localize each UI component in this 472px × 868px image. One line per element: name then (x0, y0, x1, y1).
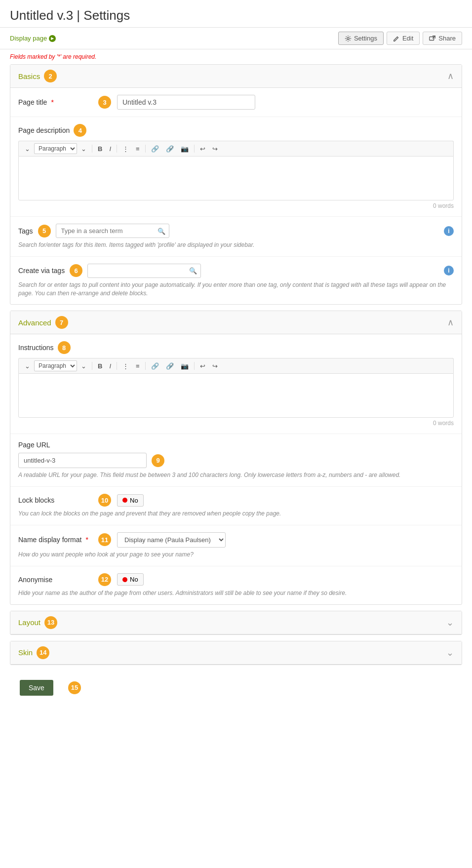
anonymise-toggle[interactable]: No (117, 573, 144, 586)
create-via-tags-help: Search for or enter tags to pull content… (18, 281, 454, 298)
svg-rect-1 (430, 37, 434, 40)
display-page-label: Display page (10, 35, 47, 42)
create-via-tags-row: Create via tags 6 🔍 i (18, 264, 454, 278)
toolbar-link[interactable]: 🔗 (148, 144, 162, 154)
advanced-toggle-icon[interactable]: ∧ (447, 317, 454, 328)
tags-search-input[interactable] (56, 224, 169, 238)
page-header: Untitled v.3 | Settings Display page ► S… (0, 0, 472, 49)
anonymise-label: Anonymise (18, 576, 92, 584)
lock-blocks-toggle-wrapper: No (117, 494, 144, 507)
tags-badge: 5 (38, 225, 51, 237)
toolbar-ordered-list[interactable]: ≡ (133, 144, 143, 154)
page-url-input[interactable] (18, 453, 147, 468)
instructions-field-row: Instructions 8 ⌄ Paragraph ⌄ B I ⋮ ≡ 🔗 🔗… (10, 334, 462, 434)
create-via-tags-search-wrapper: 🔍 (87, 264, 201, 278)
anonymise-toggle-label: No (130, 576, 138, 583)
instr-toolbar-unlink[interactable]: 🔗̸ (163, 361, 177, 371)
toolbar-unlink[interactable]: 🔗̸ (163, 144, 177, 154)
lock-blocks-toggle[interactable]: No (117, 494, 144, 507)
page-description-badge: 4 (74, 124, 86, 137)
anonymise-help: Hide your name as the author of the page… (18, 589, 454, 597)
layout-section: Layout 13 ⌄ (10, 611, 462, 635)
name-display-format-select[interactable]: Display name (Paula Paulsen) (117, 532, 226, 548)
toolbar-undo[interactable]: ↩ (197, 144, 208, 154)
instr-toolbar-italic[interactable]: I (106, 361, 114, 371)
anonymise-badge: 12 (98, 573, 111, 586)
lock-blocks-toggle-label: No (130, 497, 138, 504)
basics-section-header[interactable]: Basics 2 ∧ (10, 65, 462, 88)
page-description-label: Page description 4 (18, 124, 454, 137)
basics-header-left: Basics 2 (18, 70, 57, 82)
skin-title: Skin (18, 648, 33, 657)
instr-toolbar-paragraph-select[interactable]: Paragraph (34, 360, 77, 371)
anonymise-inline: Anonymise 12 No (18, 573, 454, 586)
instr-toolbar-format-dropdown[interactable]: ⌄ (22, 361, 33, 371)
toolbar-dropdown-arrow[interactable]: ⌄ (78, 144, 89, 154)
instr-toolbar-dropdown-arrow[interactable]: ⌄ (78, 361, 89, 371)
save-label: Save (29, 684, 44, 692)
create-via-tags-info-icon[interactable]: i (444, 266, 454, 276)
instr-toolbar-undo[interactable]: ↩ (197, 361, 208, 371)
layout-section-header[interactable]: Layout 13 ⌄ (10, 611, 462, 634)
anonymise-field-row: Anonymise 12 No Hide your name as the au… (10, 566, 462, 604)
basics-toggle-icon[interactable]: ∧ (447, 71, 454, 81)
page-title: Untitled v.3 | Settings (10, 8, 462, 23)
advanced-section-header[interactable]: Advanced 7 ∧ (10, 311, 462, 334)
basics-section: Basics 2 ∧ Page title * 3 Page descripti… (10, 64, 462, 305)
instructions-editor[interactable] (18, 373, 454, 418)
lock-blocks-inline: Lock blocks 10 No (18, 494, 454, 507)
instr-toolbar-link[interactable]: 🔗 (148, 361, 162, 371)
advanced-header-left: Advanced 7 (18, 316, 68, 329)
basics-title: Basics (18, 72, 40, 80)
instructions-label: Instructions 8 (18, 341, 454, 354)
toolbar-image[interactable]: 📷 (178, 144, 192, 154)
page-url-label: Page URL (18, 441, 454, 449)
share-button[interactable]: Share (423, 32, 462, 45)
layout-title: Layout (18, 618, 40, 627)
page-title-field-row: Page title * 3 (10, 88, 462, 117)
page-description-editor[interactable] (18, 156, 454, 200)
instr-toolbar-bold[interactable]: B (95, 361, 105, 371)
toolbar-redo[interactable]: ↪ (209, 144, 221, 154)
name-display-format-required: * (85, 536, 88, 544)
page-title-badge: 3 (98, 96, 111, 109)
share-label: Share (438, 35, 456, 42)
description-toolbar: ⌄ Paragraph ⌄ B I ⋮ ≡ 🔗 🔗̸ 📷 ↩ ↪ (18, 141, 454, 156)
page-title-inline: Page title * 3 (18, 95, 454, 110)
skin-section-header[interactable]: Skin 14 ⌄ (10, 641, 462, 665)
toolbar-paragraph-select[interactable]: Paragraph (34, 143, 77, 154)
svg-point-0 (347, 37, 349, 39)
instr-toolbar-ordered-list[interactable]: ≡ (133, 361, 143, 371)
instr-toolbar-unordered-list[interactable]: ⋮ (119, 361, 132, 371)
create-via-tags-input[interactable] (87, 264, 201, 278)
tags-info-icon[interactable]: i (444, 226, 454, 236)
edit-button[interactable]: Edit (387, 32, 420, 45)
save-button[interactable]: Save (20, 680, 53, 696)
settings-button[interactable]: Settings (338, 32, 384, 45)
layout-toggle-icon[interactable]: ⌄ (446, 617, 454, 628)
toolbar-format-dropdown[interactable]: ⌄ (22, 144, 33, 154)
lock-blocks-label: Lock blocks (18, 496, 92, 504)
page-description-field-row: Page description 4 ⌄ Paragraph ⌄ B I ⋮ ≡… (10, 117, 462, 217)
toolbar-italic[interactable]: I (106, 144, 114, 154)
lock-blocks-field-row: Lock blocks 10 No You can lock the block… (10, 487, 462, 525)
toolbar-unordered-list[interactable]: ⋮ (119, 144, 132, 154)
instr-toolbar-redo[interactable]: ↪ (209, 361, 221, 371)
lock-blocks-help: You can lock the blocks on the page and … (18, 510, 454, 518)
skin-toggle-icon[interactable]: ⌄ (446, 647, 454, 658)
instructions-badge: 8 (58, 341, 71, 354)
tags-search-icon: 🔍 (157, 227, 165, 235)
create-via-tags-search-icon: 🔍 (189, 267, 197, 275)
required-note: Fields marked by '*' are required. (0, 49, 472, 64)
tags-search-wrapper: 🔍 (56, 224, 169, 238)
advanced-body: Instructions 8 ⌄ Paragraph ⌄ B I ⋮ ≡ 🔗 🔗… (10, 334, 462, 604)
name-display-format-label: Name display format * (18, 536, 92, 544)
display-page-link[interactable]: Display page ► (10, 35, 56, 42)
toolbar-bold[interactable]: B (95, 144, 105, 154)
name-display-format-field-row: Name display format * 11 Display name (P… (10, 525, 462, 566)
page-url-badge: 9 (152, 454, 164, 467)
instr-toolbar-image[interactable]: 📷 (178, 361, 192, 371)
page-title-input[interactable] (117, 95, 255, 110)
tags-label: Tags (18, 227, 33, 235)
advanced-badge: 7 (55, 316, 68, 329)
